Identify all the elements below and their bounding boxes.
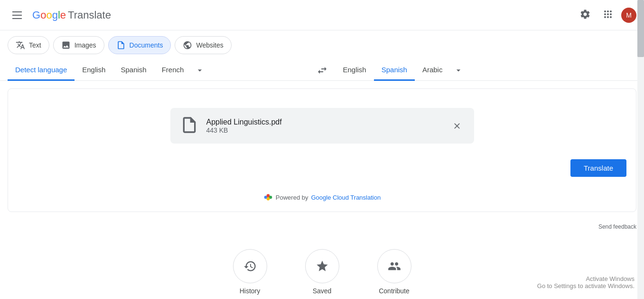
mode-tabs: Text Images Documents Websites (0, 30, 644, 60)
tab-documents-label: Documents (130, 41, 163, 49)
avatar[interactable]: M (621, 8, 636, 23)
google-cloud-translation-link[interactable]: Google Cloud Translation (311, 194, 381, 201)
powered-by: Powered by Google Cloud Translation (263, 193, 381, 202)
file-size: 443 KB (206, 126, 449, 134)
saved-item[interactable]: Saved (305, 249, 339, 295)
documents-icon (116, 40, 126, 50)
file-icon (180, 116, 199, 136)
translate-wordmark: Translate (68, 9, 111, 21)
gear-icon (579, 9, 591, 21)
header-right: M (576, 6, 636, 25)
google-cloud-icon (263, 193, 273, 202)
file-info: Applied Linguistics.pdf 443 KB (206, 118, 449, 134)
lang-target-arabic[interactable]: Arabic (415, 60, 450, 81)
tab-websites-label: Websites (196, 41, 223, 49)
document-translate-area: Applied Linguistics.pdf 443 KB Translate… (8, 88, 636, 212)
contribute-label: Contribute (379, 287, 410, 295)
lang-target-spanish[interactable]: Spanish (374, 60, 415, 81)
contribute-item[interactable]: Contribute (377, 249, 411, 295)
target-lang-more-button[interactable] (450, 62, 467, 79)
feedback-row: Send feedback (0, 220, 644, 234)
logo[interactable]: Google Translate (32, 9, 111, 21)
tab-images[interactable]: Images (53, 36, 104, 54)
images-icon (61, 40, 71, 50)
svg-point-3 (266, 197, 270, 201)
settings-button[interactable] (576, 6, 595, 25)
history-icon-circle (233, 249, 267, 283)
send-feedback-link[interactable]: Send feedback (598, 223, 636, 230)
bottom-icons: History Saved Contribute (0, 234, 644, 299)
target-lang-side: English Spanish Arabic (336, 60, 637, 80)
saved-icon-circle (305, 249, 339, 283)
header: Google Translate M (0, 0, 644, 30)
scrollbar[interactable] (637, 0, 644, 299)
language-bar: Detect language English Spanish French E… (0, 60, 644, 81)
source-lang-more-button[interactable] (191, 62, 208, 79)
tab-documents[interactable]: Documents (108, 36, 171, 54)
history-item[interactable]: History (233, 249, 267, 295)
websites-icon (183, 40, 192, 50)
lang-detect[interactable]: Detect language (8, 60, 75, 81)
header-left: Google Translate (8, 6, 111, 25)
file-card: Applied Linguistics.pdf 443 KB (170, 108, 474, 144)
text-translate-icon (16, 40, 25, 50)
contribute-icon-circle (377, 249, 411, 283)
google-wordmark: Google (32, 9, 66, 21)
tab-websites[interactable]: Websites (175, 36, 231, 54)
saved-label: Saved (313, 287, 332, 295)
lang-source-english[interactable]: English (75, 60, 113, 81)
scrollbar-thumb[interactable] (637, 0, 644, 57)
file-close-button[interactable] (449, 118, 465, 134)
tab-text-label: Text (29, 41, 41, 49)
grid-icon (602, 9, 614, 21)
swap-languages-button[interactable] (309, 61, 336, 80)
tab-text[interactable]: Text (8, 36, 49, 54)
source-lang-side: Detect language English Spanish French (8, 60, 309, 80)
tab-images-label: Images (75, 41, 96, 49)
lang-source-french[interactable]: French (154, 60, 192, 81)
powered-by-text: Powered by (276, 194, 308, 201)
history-label: History (240, 287, 261, 295)
translate-button[interactable]: Translate (570, 159, 626, 177)
hamburger-menu[interactable] (8, 6, 27, 25)
main-content: Applied Linguistics.pdf 443 KB Translate… (0, 81, 644, 220)
lang-target-english[interactable]: English (336, 60, 374, 81)
lang-source-spanish[interactable]: Spanish (113, 60, 154, 81)
apps-button[interactable] (598, 6, 617, 25)
file-name: Applied Linguistics.pdf (206, 118, 449, 126)
